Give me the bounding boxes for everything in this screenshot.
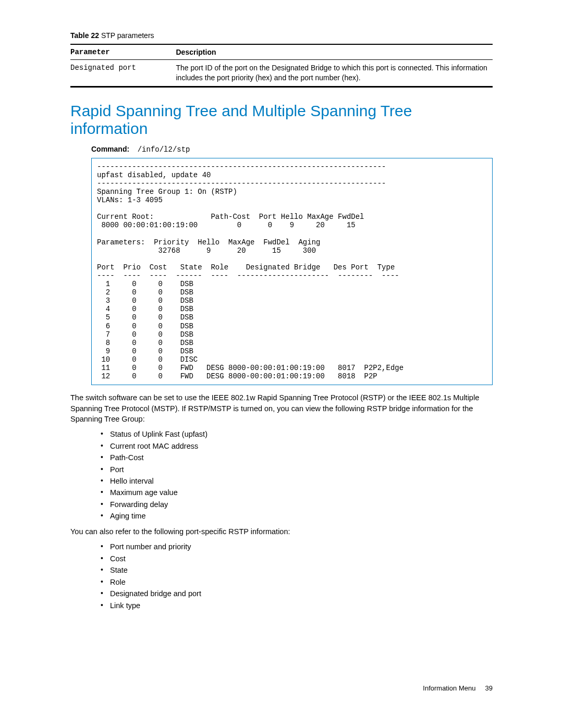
document-page: Table 22 STP parameters Parameter Descri…: [0, 0, 563, 713]
cli-output-box: ----------------------------------------…: [91, 158, 493, 385]
th-parameter: Parameter: [70, 44, 176, 60]
list-item: Status of Uplink Fast (upfast): [101, 428, 493, 440]
section-heading: Rapid Spanning Tree and Multiple Spannin…: [70, 102, 493, 138]
command-line: Command: /info/l2/stp: [91, 145, 493, 154]
list-item: Path-Cost: [101, 452, 493, 463]
list-item: Port number and priority: [101, 541, 493, 552]
footer-page-number: 39: [485, 684, 493, 692]
td-parameter: Designated port: [70, 60, 176, 87]
list-item: Cost: [101, 553, 493, 564]
th-description: Description: [176, 44, 493, 60]
list-item: Aging time: [101, 510, 493, 522]
table-caption: Table 22 STP parameters: [70, 31, 493, 40]
list-item: Designated bridge and port: [101, 588, 493, 599]
paragraph-2: You can also refer to the following port…: [70, 526, 493, 537]
list-item: Maximum age value: [101, 487, 493, 498]
command-label: Command:: [91, 145, 129, 153]
table-caption-text: STP parameters: [99, 31, 154, 40]
command-value: /info/l2/stp: [138, 145, 190, 154]
bullet-list-1: Status of Uplink Fast (upfast) Current r…: [101, 428, 493, 522]
list-item: Role: [101, 576, 493, 588]
footer-section: Information Menu: [423, 684, 475, 692]
bullet-list-2: Port number and priority Cost State Role…: [101, 541, 493, 611]
list-item: Current root MAC address: [101, 440, 493, 452]
table-row: Designated port The port ID of the port …: [70, 60, 493, 87]
paragraph-1: The switch software can be set to use th…: [70, 392, 493, 424]
list-item: Hello interval: [101, 475, 493, 487]
list-item: Port: [101, 464, 493, 475]
list-item: State: [101, 564, 493, 576]
td-description: The port ID of the port on the Designate…: [176, 60, 493, 87]
list-item: Forwarding delay: [101, 499, 493, 510]
table-caption-label: Table 22: [70, 31, 99, 40]
list-item: Link type: [101, 600, 493, 611]
page-footer: Information Menu 39: [70, 684, 493, 692]
stp-parameters-table: Parameter Description Designated port Th…: [70, 44, 493, 88]
